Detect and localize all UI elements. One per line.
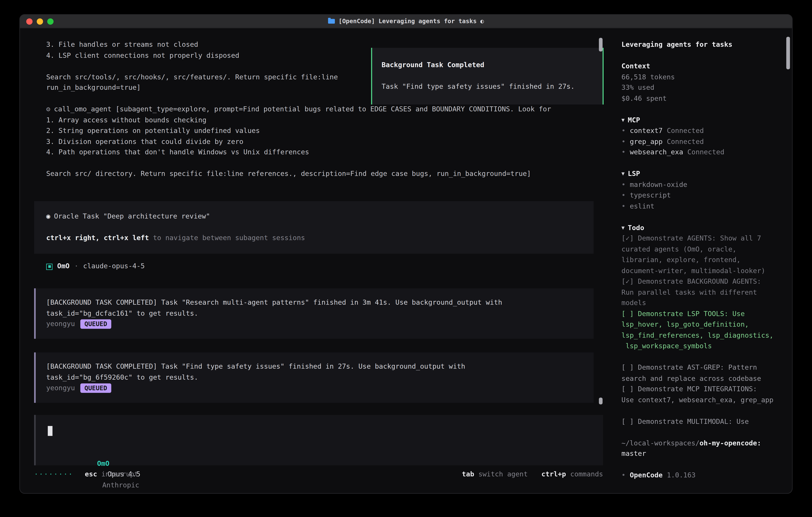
tab-key-hint: tab bbox=[462, 469, 474, 480]
tool-call-block: ⚙call_omo_agent [subagent_type=explore, … bbox=[46, 104, 551, 179]
tool-call-header: ⚙call_omo_agent [subagent_type=explore, … bbox=[46, 104, 551, 115]
tool-call-header-text: call_omo_agent [subagent_type=explore, p… bbox=[54, 105, 551, 113]
prompt-input[interactable]: OmO Opus 4.5 Anthropic bbox=[34, 415, 603, 465]
bullet-icon: • bbox=[621, 202, 626, 210]
chevron-down-icon: ▼ bbox=[621, 171, 625, 176]
mcp-item-context7: •context7Connected bbox=[621, 126, 777, 136]
agent-name: OmO bbox=[57, 261, 69, 272]
esc-key-hint: esc bbox=[85, 469, 97, 480]
toast-title: Background Task Completed bbox=[382, 60, 593, 71]
context-tokens: 66,518 tokens bbox=[621, 72, 777, 83]
terminal-log-top: 3. File handles or streams not closed 4.… bbox=[46, 39, 338, 93]
lsp-item-eslint: •eslint bbox=[621, 201, 777, 212]
toast-body: Task "Find type safety issues" finished … bbox=[382, 81, 593, 92]
mcp-status: Connected bbox=[667, 137, 704, 145]
status-bar: ········ esc interrupt tab switch agent … bbox=[34, 469, 603, 480]
oracle-hint-keys: ctrl+x right, ctrl+x left bbox=[46, 234, 149, 242]
chevron-down-icon: ▼ bbox=[621, 117, 625, 123]
message-block: [BACKGROUND TASK COMPLETED] Task "Find t… bbox=[34, 352, 593, 403]
session-title: Leveraging agents for tasks bbox=[621, 39, 777, 50]
window-title-text: [OpenCode] Leveraging agents for tasks ◐ bbox=[339, 16, 484, 27]
todo-item: [ ] Demonstrate MULTIMODAL: Use bbox=[621, 416, 777, 427]
tool-call-body: 1. Array access without bounds checking … bbox=[46, 115, 551, 179]
workspace-branch: master bbox=[621, 448, 777, 459]
mcp-status: Connected bbox=[667, 127, 704, 134]
queued-badge: QUEUED bbox=[80, 320, 111, 329]
main-scrollbar-thumb-bottom[interactable] bbox=[599, 398, 602, 404]
oracle-hint: ctrl+x right, ctrl+x left to navigate be… bbox=[46, 233, 593, 244]
todo-item: [ ] Demonstrate LSP TOOLS: Use lsp_hover… bbox=[621, 308, 777, 351]
mcp-name: websearch_exa bbox=[630, 148, 683, 156]
context-used: 33% used bbox=[621, 82, 777, 93]
lsp-heading-text: LSP bbox=[628, 170, 640, 178]
minimize-button[interactable] bbox=[37, 19, 43, 25]
message-meta: yeongyu QUEUED bbox=[46, 383, 593, 393]
oracle-task-panel: ◉Oracle Task "Deep architecture review" … bbox=[34, 201, 593, 254]
message-meta: yeongyu QUEUED bbox=[46, 319, 593, 330]
context-heading: Context bbox=[621, 61, 777, 72]
gear-icon: ⚙ bbox=[46, 105, 50, 113]
input-agent-chip: OmO bbox=[97, 459, 110, 467]
ctrlp-key-hint: ctrl+p bbox=[542, 469, 566, 480]
oracle-hint-rest: to navigate between subagent sessions bbox=[149, 234, 305, 242]
lsp-name: typescript bbox=[630, 191, 671, 199]
oracle-task-title: ◉Oracle Task "Deep architecture review" bbox=[46, 211, 593, 222]
switch-agent-label: switch agent bbox=[478, 469, 528, 480]
bullet-icon: • bbox=[621, 127, 626, 134]
lsp-heading[interactable]: ▼LSP bbox=[621, 168, 777, 179]
bullet-icon: • bbox=[621, 471, 626, 479]
interrupt-label: interrupt bbox=[101, 469, 138, 480]
agent-icon bbox=[46, 263, 53, 270]
spinner-dots: ········ bbox=[34, 469, 73, 480]
screen: [OpenCode] Leveraging agents for tasks ◐… bbox=[0, 0, 812, 517]
context-spent: $0.46 spent bbox=[621, 93, 777, 104]
agent-model: claude-opus-4-5 bbox=[83, 261, 145, 272]
todo-heading-text: Todo bbox=[628, 223, 644, 231]
chat-pane: 3. File handles or streams not closed 4.… bbox=[20, 29, 611, 493]
chevron-down-icon: ▼ bbox=[621, 224, 625, 230]
titlebar: [OpenCode] Leveraging agents for tasks ◐ bbox=[20, 15, 792, 28]
mcp-name: context7 bbox=[630, 127, 663, 134]
session-sidebar: Leveraging agents for tasks Context 66,5… bbox=[621, 29, 777, 493]
mcp-item-websearch-exa: •websearch_exaConnected bbox=[621, 147, 777, 158]
todo-item: [ ] Demonstrate MCP INTEGRATIONS: Use co… bbox=[621, 384, 777, 405]
text-cursor bbox=[48, 426, 53, 436]
traffic-lights bbox=[26, 19, 54, 25]
folder-icon bbox=[328, 19, 335, 24]
author-label: yeongyu bbox=[46, 383, 75, 393]
record-icon: ◉ bbox=[46, 212, 50, 220]
bullet-icon: • bbox=[621, 137, 626, 145]
queued-badge: QUEUED bbox=[80, 383, 111, 393]
author-label: yeongyu bbox=[46, 319, 75, 330]
terminal-window: [OpenCode] Leveraging agents for tasks ◐… bbox=[19, 14, 793, 494]
oracle-task-title-text: Oracle Task "Deep architecture review" bbox=[54, 212, 210, 220]
mcp-heading[interactable]: ▼MCP bbox=[621, 115, 777, 126]
zoom-button[interactable] bbox=[47, 19, 54, 25]
lsp-item-typescript: •typescript bbox=[621, 190, 777, 201]
mcp-name: grep_app bbox=[630, 137, 663, 145]
todo-heading[interactable]: ▼Todo bbox=[621, 222, 777, 233]
lsp-name: eslint bbox=[630, 202, 655, 210]
lsp-name: markdown-oxide bbox=[630, 180, 687, 188]
todo-item: [✓] Demonstrate BACKGROUND AGENTS: Run p… bbox=[621, 276, 777, 309]
main-scrollbar-thumb-top[interactable] bbox=[599, 38, 602, 51]
workspace-path-bold: oh-my-opencode: bbox=[699, 439, 761, 446]
commands-label: commands bbox=[570, 469, 603, 480]
input-provider-label: Anthropic bbox=[102, 481, 139, 489]
bullet-icon: • bbox=[621, 180, 626, 188]
message-text: [BACKGROUND TASK COMPLETED] Task "Resear… bbox=[46, 297, 593, 319]
app-version-number: 1.0.163 bbox=[667, 471, 696, 479]
mcp-heading-text: MCP bbox=[628, 116, 640, 124]
lsp-item-markdown-oxide: •markdown-oxide bbox=[621, 179, 777, 190]
agent-header: OmO · claude-opus-4-5 bbox=[46, 261, 145, 272]
sidebar-scrollbar-thumb[interactable] bbox=[786, 37, 790, 70]
bullet-icon: • bbox=[621, 148, 626, 156]
close-button[interactable] bbox=[26, 19, 33, 25]
mcp-status: Connected bbox=[687, 148, 724, 156]
agent-separator: · bbox=[74, 261, 79, 272]
app-version: •OpenCode1.0.163 bbox=[621, 470, 777, 481]
status-right: tab switch agent ctrl+p commands bbox=[462, 469, 603, 480]
background-task-toast: Background Task Completed Task "Find typ… bbox=[371, 48, 604, 105]
message-text: [BACKGROUND TASK COMPLETED] Task "Find t… bbox=[46, 361, 593, 383]
app-name: OpenCode bbox=[630, 471, 663, 479]
